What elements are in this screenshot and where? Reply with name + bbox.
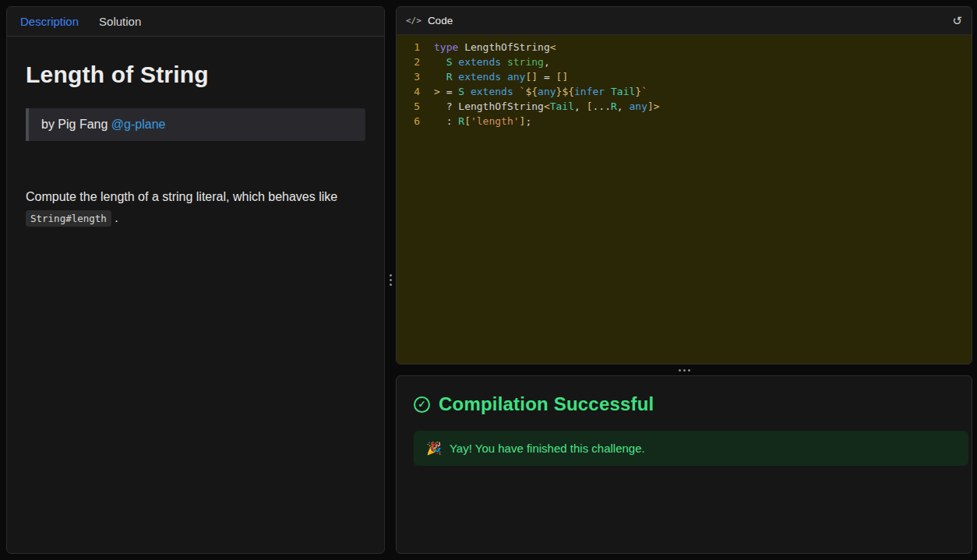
success-message: 🎉 Yay! You have finished this challenge. — [414, 431, 968, 466]
line-number: 1 — [397, 40, 434, 55]
code-line: 2 S extends string, — [397, 55, 972, 69]
author-link[interactable]: @g-plane — [111, 118, 166, 131]
check-circle-icon: ✓ — [414, 396, 430, 413]
description-suffix: . — [111, 211, 118, 224]
page-title: Length of String — [26, 62, 365, 88]
line-number: 4 — [397, 84, 434, 99]
byline-text: by Pig Fang — [41, 118, 111, 131]
tab-solution[interactable]: Solution — [99, 15, 141, 28]
code-panel-header: </> Code ↺ — [397, 7, 972, 35]
success-message-text: Yay! You have finished this challenge. — [450, 442, 645, 455]
inline-code: String#length — [26, 210, 111, 227]
compilation-status: ✓ Compilation Successful — [407, 393, 961, 415]
vertical-resize-handle[interactable] — [386, 6, 395, 554]
line-number: 6 — [397, 114, 434, 129]
grip-dots-icon — [683, 369, 686, 372]
code-lines: 1type LengthOfString<2 S extends string,… — [397, 40, 972, 129]
code-editor[interactable]: 1type LengthOfString<2 S extends string,… — [397, 35, 972, 364]
code-panel: </> Code ↺ 1type LengthOfString<2 S exte… — [396, 6, 972, 365]
description-text: Compute the length of a string literal, … — [26, 190, 337, 203]
tab-description[interactable]: Description — [20, 15, 79, 28]
horizontal-resize-handle[interactable] — [396, 365, 972, 375]
party-popper-icon: 🎉 — [426, 441, 442, 456]
code-line: 4> = S extends `${any}${infer Tail}` — [397, 84, 972, 99]
results-panel: ✓ Compilation Successful 🎉 Yay! You have… — [396, 375, 972, 554]
code-icon: </> — [406, 16, 421, 26]
code-line: 6 : R['length']; — [397, 114, 972, 129]
line-number: 5 — [397, 99, 434, 114]
description-panel: Description Solution Length of String by… — [6, 6, 385, 554]
code-line: 5 ? LengthOfString<Tail, [...R, any]> — [397, 99, 972, 114]
challenge-description: Compute the length of a string literal, … — [26, 186, 365, 228]
author-quote: by Pig Fang @g-plane — [26, 108, 365, 141]
code-line: 3 R extends any[] = [] — [397, 69, 972, 84]
grip-dots-icon — [390, 279, 392, 281]
line-number: 2 — [397, 55, 434, 69]
compilation-status-title: Compilation Successful — [439, 393, 654, 415]
code-line: 1type LengthOfString< — [397, 40, 972, 55]
app-window: Description Solution Length of String by… — [0, 0, 977, 560]
description-content: Length of String by Pig Fang @g-plane Co… — [7, 37, 384, 247]
line-number: 3 — [397, 69, 434, 84]
reset-code-button[interactable]: ↺ — [952, 15, 962, 26]
left-tabs-bar: Description Solution — [7, 7, 384, 37]
code-panel-title: Code — [428, 15, 453, 26]
